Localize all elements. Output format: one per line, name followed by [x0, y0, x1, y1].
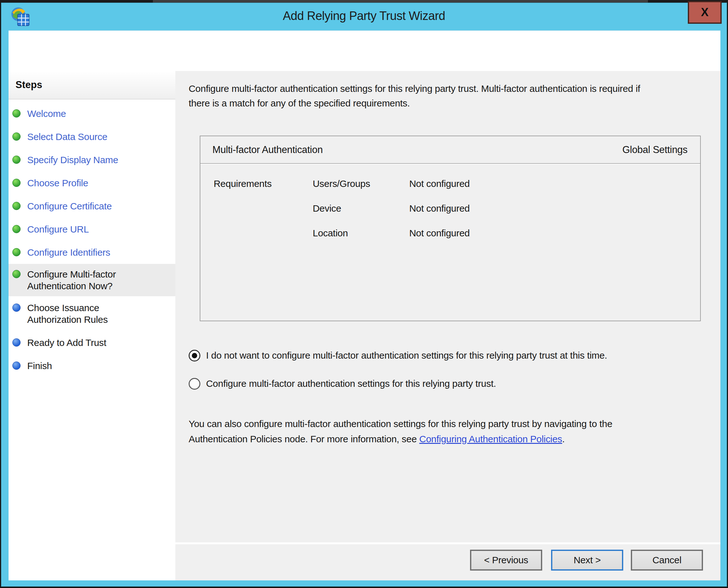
- device-label: Device: [313, 203, 409, 214]
- wizard-window: Add Relying Party Trust Wizard X Steps W…: [1, 2, 727, 587]
- mfa-groupbox-title: Multi-factor Authentication: [213, 144, 323, 155]
- wizard-header-band: [8, 31, 721, 71]
- step-finish: Finish: [8, 354, 175, 377]
- step-specify-display-name[interactable]: Specify Display Name: [8, 148, 175, 171]
- mfa-settings-groupbox: Multi-factor Authentication Global Setti…: [200, 135, 701, 321]
- screen: Add Relying Party Trust Wizard X Steps W…: [0, 0, 728, 588]
- steps-sidebar: Steps Welcome Select Data Source Specify…: [8, 71, 175, 581]
- table-row: Location Not configured: [200, 221, 700, 246]
- step-done-bullet-icon: [12, 155, 21, 164]
- button-bar: < Previous Next > Cancel: [175, 542, 721, 579]
- window-title: Add Relying Party Trust Wizard: [1, 9, 727, 23]
- users-groups-value: Not configured: [409, 178, 700, 189]
- mfa-groupbox-header: Multi-factor Authentication Global Setti…: [200, 136, 700, 164]
- step-ready-to-add-trust: Ready to Add Trust: [8, 331, 175, 354]
- step-done-bullet-icon: [12, 109, 21, 118]
- step-done-bullet-icon: [12, 248, 21, 256]
- intro-text: Configure multi-factor authentication se…: [189, 81, 718, 110]
- step-upcoming-bullet-icon: [12, 361, 21, 370]
- radio-do-not-configure-mfa[interactable]: I do not want to configure multi-factor …: [189, 349, 607, 362]
- close-icon: X: [701, 6, 708, 19]
- step-choose-issuance-authorization-rules: Choose Issuance Authorization Rules: [8, 296, 175, 331]
- step-select-data-source[interactable]: Select Data Source: [8, 125, 175, 148]
- radio-do-not-configure-mfa-label: I do not want to configure multi-factor …: [206, 350, 607, 361]
- step-done-bullet-icon: [12, 179, 21, 187]
- mfa-groupbox-body: Requirements Users/Groups Not configured…: [200, 164, 700, 246]
- step-done-bullet-icon: [12, 270, 21, 278]
- title-bar[interactable]: Add Relying Party Trust Wizard X: [1, 3, 727, 30]
- step-configure-url[interactable]: Configure URL: [8, 218, 175, 241]
- step-done-bullet-icon: [12, 202, 21, 210]
- radio-selected-icon[interactable]: [189, 350, 200, 361]
- table-row: Requirements Users/Groups Not configured: [200, 171, 700, 196]
- users-groups-label: Users/Groups: [313, 178, 409, 189]
- step-choose-profile[interactable]: Choose Profile: [8, 171, 175, 194]
- radio-configure-mfa-label: Configure multi-factor authentication se…: [206, 378, 496, 389]
- close-button[interactable]: X: [688, 1, 722, 24]
- steps-heading: Steps: [8, 71, 175, 100]
- step-configure-certificate[interactable]: Configure Certificate: [8, 194, 175, 218]
- step-configure-mfa-now-current[interactable]: Configure Multi-factor Authentication No…: [8, 264, 175, 296]
- step-upcoming-bullet-icon: [12, 338, 21, 346]
- step-welcome[interactable]: Welcome: [8, 102, 175, 125]
- step-done-bullet-icon: [12, 225, 21, 233]
- cancel-button[interactable]: Cancel: [631, 550, 703, 571]
- requirements-label: Requirements: [214, 178, 313, 189]
- step-content-pane: Configure multi-factor authentication se…: [175, 71, 721, 581]
- step-configure-identifiers[interactable]: Configure Identifiers: [8, 241, 175, 264]
- steps-list: Welcome Select Data Source Specify Displ…: [8, 102, 175, 377]
- note-text: You can also configure multi-factor auth…: [189, 416, 718, 447]
- desktop-edge: [0, 0, 728, 2]
- location-label: Location: [313, 228, 409, 238]
- location-value: Not configured: [409, 228, 700, 238]
- configuring-authentication-policies-link[interactable]: Configuring Authentication Policies: [419, 434, 562, 444]
- radio-unselected-icon[interactable]: [189, 378, 200, 390]
- previous-button[interactable]: < Previous: [470, 550, 542, 571]
- step-done-bullet-icon: [12, 132, 21, 141]
- global-settings-label: Global Settings: [622, 144, 687, 155]
- table-row: Device Not configured: [200, 196, 700, 221]
- wizard-panel: Steps Welcome Select Data Source Specify…: [8, 30, 721, 581]
- step-upcoming-bullet-icon: [12, 303, 21, 312]
- device-value: Not configured: [409, 203, 700, 214]
- next-button[interactable]: Next >: [551, 550, 623, 571]
- radio-configure-mfa[interactable]: Configure multi-factor authentication se…: [189, 377, 496, 390]
